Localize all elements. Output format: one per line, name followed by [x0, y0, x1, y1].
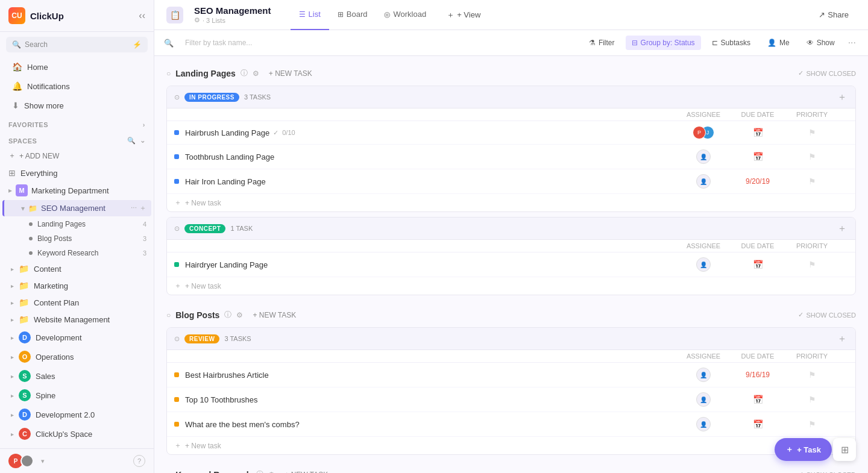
- section-gear-icon[interactable]: ⚙: [236, 311, 243, 319]
- table-header-review: ASSIGNEE DUE DATE PRIORITY: [167, 350, 855, 363]
- table-row[interactable]: Top 10 Toothbrushes 👤 📅 ⚑: [167, 387, 855, 412]
- sidebar-item-seo-management[interactable]: ▾ 📁 SEO Management ··· ＋: [2, 200, 151, 216]
- filter-button[interactable]: ⚗ Filter: [583, 36, 621, 50]
- spaces-actions[interactable]: 🔍 ⌄: [127, 137, 145, 145]
- new-task-link-blog-posts[interactable]: + NEW TASK: [253, 311, 296, 319]
- sidebar-item-blog-posts[interactable]: Blog Posts 3: [2, 232, 151, 245]
- chevron-down-spaces-icon[interactable]: ⌄: [140, 137, 146, 145]
- settings-icon[interactable]: ⚙: [194, 16, 200, 24]
- show-closed-blog-posts[interactable]: ✓ SHOW CLOSED: [798, 311, 856, 319]
- filter-icon: ⚗: [589, 39, 596, 47]
- search-spaces-icon[interactable]: 🔍: [127, 137, 136, 145]
- new-task-row[interactable]: ＋ + New task: [167, 277, 855, 295]
- group-toggle-in-progress[interactable]: ⊙: [174, 93, 180, 101]
- new-task-link-keyword-research[interactable]: + NEW TASK: [285, 471, 328, 474]
- seo-mgmt-actions[interactable]: ··· ＋: [131, 203, 146, 213]
- section-gear-icon[interactable]: ⚙: [268, 471, 275, 474]
- new-task-link-landing-pages[interactable]: + NEW TASK: [269, 69, 312, 78]
- sidebar-item-everything[interactable]: ⊞ Everything: [0, 164, 154, 181]
- me-button[interactable]: 👤 Me: [761, 36, 796, 50]
- add-seo-icon[interactable]: ＋: [139, 203, 146, 213]
- favorites-actions[interactable]: ›: [143, 121, 145, 128]
- main-content: 📋 SEO Management ⚙ · 3 Lists ☰ List ⊞ Bo…: [154, 0, 868, 473]
- table-row[interactable]: What are the best men's combs? 👤 📅 ⚑: [167, 412, 855, 437]
- tab-list[interactable]: ☰ List: [291, 0, 329, 30]
- help-button[interactable]: ?: [133, 455, 145, 467]
- add-column-button[interactable]: ＋: [836, 222, 848, 234]
- more-options-button[interactable]: ···: [846, 35, 858, 51]
- favorites-label: FAVORITES ›: [0, 115, 154, 131]
- chevron-right-spine-icon: ▸: [11, 392, 14, 399]
- project-details: SEO Management ⚙ · 3 Lists: [194, 5, 271, 24]
- task-status-dot: [174, 154, 179, 159]
- section-info-icon[interactable]: ⓘ: [224, 310, 231, 320]
- table-row[interactable]: Hair Iron Landing Page 👤 9/20/19 ⚑: [167, 169, 855, 194]
- sidebar-item-keyword-research[interactable]: Keyword Research 3: [2, 246, 151, 260]
- sidebar-item-website-management[interactable]: ▸ 📁 Website Management: [2, 312, 151, 327]
- priority-cell: ⚑: [788, 260, 836, 269]
- show-closed-keyword-research[interactable]: ✓ SHOW CLOSED: [798, 471, 856, 473]
- sidebar-item-content-plan[interactable]: ▸ 📁 Content Plan: [2, 295, 151, 310]
- spine-avatar: S: [19, 389, 31, 401]
- grid-view-button[interactable]: ⊞: [833, 438, 856, 461]
- show-closed-landing-pages[interactable]: ✓ SHOW CLOSED: [798, 69, 856, 77]
- new-task-row[interactable]: ＋ + New task: [167, 437, 855, 454]
- group-toggle-review[interactable]: ⊙: [174, 335, 180, 343]
- section-toggle-keyword-research[interactable]: ○: [166, 471, 171, 474]
- sidebar-item-notifications[interactable]: 🔔 Notifications: [4, 77, 150, 95]
- task-status-dot: [174, 422, 179, 427]
- sidebar-item-spine[interactable]: ▸ S Spine: [2, 386, 151, 404]
- assignee-cell: 👤: [679, 392, 728, 407]
- table-row[interactable]: Best Hairbrushes Article 👤 9/16/19 ⚑: [167, 363, 855, 387]
- sidebar-item-operations[interactable]: ▸ O Operations: [2, 348, 151, 366]
- section-gear-icon[interactable]: ⚙: [253, 69, 259, 78]
- sidebar-item-development2[interactable]: ▸ D Development 2.0: [2, 406, 151, 424]
- sidebar-item-clickup-space[interactable]: ▸ C ClickUp's Space: [2, 425, 151, 443]
- search-input[interactable]: 🔍 Search ⚡: [6, 37, 148, 52]
- task-group-review: ⊙ REVIEW 3 TASKS ＋ ASSIGNEE DUE DATE PRI…: [166, 327, 856, 455]
- group-icon: ⊟: [632, 39, 638, 47]
- sidebar-item-content[interactable]: ▸ 📁 Content: [2, 261, 151, 277]
- sidebar-item-marketing[interactable]: ▸ 📁 Marketing: [2, 278, 151, 293]
- section-info-icon[interactable]: ⓘ: [256, 469, 263, 473]
- check-icon: ✓: [273, 129, 278, 137]
- sidebar-item-development[interactable]: ▸ D Development: [2, 328, 151, 346]
- section-toggle-landing-pages[interactable]: ○: [166, 69, 171, 78]
- operations-label: Operations: [36, 352, 143, 362]
- section-name-landing-pages: Landing Pages: [175, 69, 236, 78]
- group-toggle-concept[interactable]: ⊙: [174, 225, 180, 233]
- task-count-in-progress: 3 TASKS: [244, 93, 271, 101]
- keyword-research-label: Keyword Research: [37, 249, 98, 257]
- sales-avatar: S: [19, 370, 31, 382]
- add-task-button[interactable]: ＋ + Task: [775, 438, 832, 461]
- section-info-icon[interactable]: ⓘ: [241, 68, 248, 78]
- tab-workload-label: Workload: [393, 10, 426, 19]
- add-column-button[interactable]: ＋: [836, 333, 848, 345]
- assignee-placeholder: 👤: [696, 257, 711, 272]
- folder-content-icon: 📁: [19, 264, 29, 274]
- share-button[interactable]: ↗ Share: [811, 7, 856, 22]
- table-row[interactable]: Hairdryer Landing Page 👤 📅 ⚑: [167, 252, 855, 277]
- more-options-icon[interactable]: ···: [131, 203, 137, 213]
- subtasks-button[interactable]: ⊏ Subtasks: [706, 36, 756, 50]
- filter-input[interactable]: Filter by task name...: [178, 35, 299, 51]
- table-row[interactable]: Toothbrush Landing Page 👤 📅 ⚑: [167, 145, 855, 169]
- add-view-button[interactable]: ＋ + View: [439, 0, 488, 30]
- add-column-button[interactable]: ＋: [836, 91, 848, 103]
- sidebar-item-show-more[interactable]: ⬇ Show more: [4, 96, 150, 114]
- sidebar-item-sales[interactable]: ▸ S Sales: [2, 367, 151, 385]
- collapse-sidebar-button[interactable]: ‹‹: [139, 10, 145, 21]
- due-date-col-header: DUE DATE: [728, 111, 788, 118]
- task-group-header-review: ⊙ REVIEW 3 TASKS ＋: [167, 328, 855, 350]
- group-by-button[interactable]: ⊟ Group by: Status: [626, 36, 701, 50]
- sidebar-item-home[interactable]: 🏠 Home: [4, 58, 150, 76]
- add-new-button[interactable]: ＋ + ADD NEW: [0, 147, 154, 164]
- tab-workload[interactable]: ◎ Workload: [376, 0, 435, 30]
- section-toggle-blog-posts[interactable]: ○: [166, 311, 171, 319]
- table-row[interactable]: Hairbrush Landing Page ✓ 0/10 P J 📅 ⚑: [167, 121, 855, 145]
- new-task-row[interactable]: ＋ + New task: [167, 194, 855, 211]
- tab-board[interactable]: ⊞ Board: [329, 0, 376, 30]
- show-button[interactable]: 👁 Show: [800, 36, 841, 50]
- sidebar-item-landing-pages[interactable]: Landing Pages 4: [2, 218, 151, 231]
- sidebar-item-marketing-department[interactable]: ▸ M Marketing Department: [0, 181, 154, 199]
